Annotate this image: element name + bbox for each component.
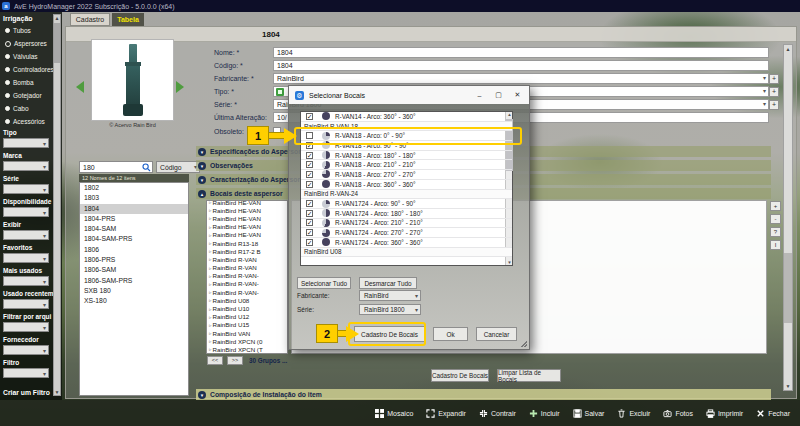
next-item-arrow[interactable] — [176, 81, 184, 93]
expander-icon[interactable]: ▹ — [209, 346, 212, 352]
expander-icon[interactable]: ▹ — [209, 297, 212, 303]
nozzle-row[interactable]: ✓R-VAN1724 - Arco: 360° - 360° — [301, 238, 512, 248]
nozzle-row[interactable]: ✓R-VAN18 - Arco: 360° - 360° — [301, 180, 512, 190]
tree-item[interactable]: ▹RainBird HE-VAN — [207, 231, 287, 239]
tree-item[interactable]: ▹RainBird R13-18 — [207, 239, 287, 247]
minimize-button[interactable]: – — [472, 92, 487, 99]
expander-icon[interactable]: ▹ — [209, 215, 212, 221]
list-item-1804-sam[interactable]: 1804-SAM — [80, 224, 188, 234]
previous-item-arrow[interactable] — [76, 81, 84, 93]
scrollbar-thumb[interactable] — [784, 253, 792, 323]
expander-icon[interactable]: ▹ — [209, 314, 212, 320]
tree-item[interactable]: ▹RainBird VAN — [207, 329, 287, 337]
imprimir-button[interactable]: Imprimir — [706, 409, 743, 418]
checked-checkbox[interactable]: ✓ — [306, 152, 313, 159]
scrollbar-thumb[interactable] — [54, 23, 60, 63]
search-mode-dropdown[interactable]: Código▾ — [156, 161, 200, 173]
add-fabricante-button[interactable]: + — [769, 74, 779, 84]
nozzle-row[interactable]: ✓R-VAN14 - Arco: 360° - 360° — [301, 112, 512, 122]
expander-icon[interactable]: ▹ — [209, 200, 212, 205]
limpar-lista-button[interactable]: Limpar Lista de Bocais — [497, 369, 561, 382]
checked-checkbox[interactable]: ✓ — [306, 113, 313, 120]
nozzle-row[interactable]: ✓R-VAN1724 - Arco: 90° - 90° — [301, 199, 512, 209]
deselect-all-button[interactable]: Desmarcar Tudo — [359, 277, 417, 289]
tree-item[interactable]: ▹RainBird R-VAN — [207, 264, 287, 272]
ok-button[interactable]: Ok — [433, 327, 468, 341]
list-item-1806[interactable]: 1806 — [80, 245, 188, 255]
scroll-up-icon[interactable]: ▲ — [784, 46, 792, 52]
codigo-field[interactable]: 1804 — [273, 60, 769, 71]
tab-tabela[interactable]: Tabela — [112, 13, 144, 26]
nozzle-row[interactable]: ✓R-VAN18 - Arco: 210° - 210° — [301, 160, 512, 170]
scroll-up-icon[interactable]: ▲ — [54, 15, 60, 21]
checked-checkbox[interactable]: ✓ — [306, 171, 313, 178]
filter-dropdown-disponibilidade[interactable]: ▾ — [3, 207, 49, 217]
expander-icon[interactable]: ▹ — [209, 289, 212, 295]
filter-dropdown-favoritos[interactable]: ▾ — [3, 253, 49, 263]
remove-row-button[interactable]: - — [770, 214, 781, 224]
add-row-button[interactable]: + — [770, 201, 781, 211]
sidebar-scrollbar[interactable]: ▲ ▼ — [53, 14, 61, 396]
create-filter-button[interactable]: Criar um Filtro — [3, 389, 50, 396]
filter-dropdown-exibir[interactable]: ▾ — [3, 230, 49, 240]
form-scrollbar[interactable]: ▲ ▼ — [783, 44, 793, 391]
mosaico-button[interactable]: Mosaico — [375, 409, 413, 418]
list-item-1804-prs[interactable]: 1804-PRS — [80, 214, 188, 224]
tree-item[interactable]: ▹RainBird U10 — [207, 304, 287, 312]
expander-icon[interactable]: ▹ — [209, 232, 212, 238]
tree-item[interactable]: ▹RainBird R-VAN — [207, 255, 287, 263]
filter-dropdown-serie[interactable]: ▾ — [3, 184, 49, 194]
pager-prev-button[interactable]: << — [207, 356, 223, 365]
tree-item[interactable]: ▹RainBird R-VAN- — [207, 280, 287, 288]
scroll-down-icon[interactable]: ▼ — [54, 389, 60, 395]
dialog-fabricante-dropdown[interactable]: RainBird▾ — [359, 290, 421, 301]
expander-icon[interactable]: ▹ — [209, 224, 212, 230]
dialog-serie-dropdown[interactable]: RainBird 1800▾ — [359, 304, 421, 315]
checked-checkbox[interactable]: ✓ — [306, 219, 313, 226]
excluir-button[interactable]: Excluir — [617, 409, 650, 418]
checked-checkbox[interactable]: ✓ — [306, 200, 313, 207]
checked-checkbox[interactable]: ✓ — [306, 181, 313, 188]
section-composicao[interactable]: ▾Composição de Instalação do item — [196, 389, 771, 400]
tree-item[interactable]: ▹RainBird R-VAN- — [207, 288, 287, 296]
tree-item[interactable]: ▹RainBird HE-VAN — [207, 206, 287, 214]
list-item-1806-sam[interactable]: 1806-SAM — [80, 265, 188, 275]
checked-checkbox[interactable]: ✓ — [306, 210, 313, 217]
filter-dropdown-filtro[interactable]: ▾ — [3, 368, 49, 378]
scroll-down-icon[interactable]: ▼ — [784, 383, 792, 389]
list-item-1806-prs[interactable]: 1806-PRS — [80, 255, 188, 265]
nozzle-row[interactable]: ✓R-VAN18 - Arco: 180° - 180° — [301, 151, 512, 161]
contrair-button[interactable]: Contrair — [479, 409, 516, 418]
close-button[interactable]: ✕ — [510, 91, 525, 99]
list-item-xs-180[interactable]: XS-180 — [80, 296, 188, 306]
tab-cadastro[interactable]: Cadastro — [70, 13, 110, 26]
scroll-down-icon[interactable]: ▼ — [506, 260, 513, 265]
list-item-1802[interactable]: 1802 — [80, 183, 188, 193]
tree-item[interactable]: ▹RainBird U08 — [207, 296, 287, 304]
checked-checkbox[interactable]: ✓ — [306, 161, 313, 168]
fechar-button[interactable]: Fechar — [756, 409, 790, 418]
expander-icon[interactable]: ▹ — [209, 330, 212, 336]
info-button[interactable]: I — [770, 240, 781, 250]
filter-dropdown-marca[interactable]: ▾ — [3, 161, 49, 171]
checked-checkbox[interactable]: ✓ — [306, 229, 313, 236]
incluir-button[interactable]: Incluir — [529, 409, 560, 418]
fotos-button[interactable]: Fotos — [663, 409, 693, 418]
list-item-1803[interactable]: 1803 — [80, 193, 188, 203]
list-item-1806-sam-prs[interactable]: 1806-SAM-PRS — [80, 276, 188, 286]
resize-grip[interactable] — [521, 341, 527, 347]
select-all-button[interactable]: Selecionar Tudo — [297, 277, 351, 289]
expander-icon[interactable]: ▹ — [209, 281, 212, 287]
nozzle-row[interactable]: ✓R-VAN1724 - Arco: 180° - 180° — [301, 209, 512, 219]
tree-item[interactable]: ▹RainBird U12 — [207, 313, 287, 321]
expander-icon[interactable]: ▹ — [209, 265, 212, 271]
expander-icon[interactable]: ▹ — [209, 306, 212, 312]
list-item-1804[interactable]: 1804 — [80, 204, 188, 214]
fabricante-dropdown[interactable]: RainBird▾ — [273, 73, 769, 84]
filter-dropdown-fornecedor[interactable]: ▾ — [3, 345, 49, 355]
tree-item[interactable]: ▹RainBird HE-VAN — [207, 223, 287, 231]
help-button[interactable]: ? — [770, 227, 781, 237]
list-item-1804-sam-prs[interactable]: 1804-SAM-PRS — [80, 234, 188, 244]
dialog-title-bar[interactable]: ⚙ Selecionar Bocais – ▢ ✕ — [289, 86, 529, 104]
pager-next-button[interactable]: >> — [227, 356, 243, 365]
